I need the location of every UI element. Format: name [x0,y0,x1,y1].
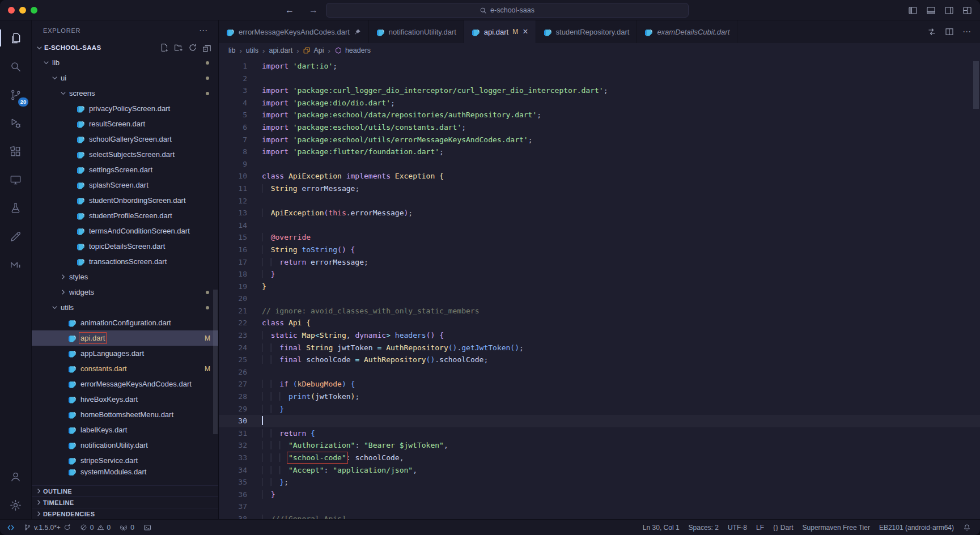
code-line-30[interactable]: 30 [219,415,980,427]
code-line-36[interactable]: 36 } [219,489,980,501]
tree-item-constants-dart[interactable]: constants.dartM [32,361,218,376]
tab-api-dart[interactable]: api.dartM× [464,20,536,43]
line-number[interactable]: 5 [219,109,247,121]
status-notifications[interactable] [958,520,975,535]
section-timeline[interactable]: TIMELINE [32,496,218,508]
tab-studentrepository-dart[interactable]: studentRepository.dart [536,20,638,43]
split-editor-icon[interactable] [945,27,954,36]
code-line-24[interactable]: 24 final String jwtToken = AuthRepositor… [219,342,980,354]
code-line-32[interactable]: 32 "Authorization": "Bearer $jwtToken", [219,439,980,452]
line-number[interactable]: 14 [219,219,247,232]
line-number[interactable]: 21 [219,305,247,317]
breadcrumb-item-api[interactable]: Api [303,46,324,54]
line-number[interactable]: 17 [219,256,247,269]
maximize-window-button[interactable] [31,7,37,14]
status-eol[interactable]: LF [752,520,769,535]
line-number[interactable]: 25 [219,354,247,366]
code-line-2[interactable]: 2 [219,73,980,85]
code-line-13[interactable]: 13 ApiException(this.errorMessage); [219,207,980,219]
project-root[interactable]: E-SCHOOL-SAAS [32,40,218,55]
code-line-38[interactable]: 38 ///[General Apis] [219,513,980,519]
code-line-26[interactable]: 26 [219,366,980,379]
line-number[interactable]: 18 [219,268,247,281]
tree-item-studentonbordingscreen-dart[interactable]: studentOnbordingScreen.dart [32,193,218,208]
line-number[interactable]: 2 [219,73,247,85]
status-flutter-device[interactable]: EB2101 (android-arm64) [875,520,958,535]
open-changes-icon[interactable] [927,27,936,36]
tree-item-homebottomsheetmenu-dart[interactable]: homeBottomsheetMenu.dart [32,407,218,422]
testing-icon[interactable] [0,194,31,222]
more-actions-icon[interactable]: ⋯ [199,26,208,36]
line-number[interactable]: 16 [219,244,247,256]
close-window-button[interactable] [8,7,15,14]
code-line-27[interactable]: 27 if (kDebugMode) { [219,378,980,390]
tree-item-applanguages-dart[interactable]: appLanguages.dart [32,346,218,361]
tree-item-api-dart[interactable]: api.dartM [32,330,218,346]
back-icon[interactable]: ← [285,5,294,15]
status-debug-console[interactable] [139,520,156,535]
line-number[interactable]: 11 [219,182,247,195]
line-number[interactable]: 6 [219,121,247,134]
code-line-11[interactable]: 11 String errorMessage; [219,182,980,195]
status-problems[interactable]: 00 [75,520,115,535]
status-git-branch[interactable]: v.1.5.0*+ [19,520,75,535]
minimize-window-button[interactable] [19,7,26,14]
supermaven-icon[interactable] [0,250,31,279]
code-line-31[interactable]: 31 return { [219,427,980,440]
code-line-35[interactable]: 35 }; [219,476,980,489]
breadcrumb-item-api-dart[interactable]: api.dart [269,46,292,54]
toggle-sidebar-right-icon[interactable] [944,6,954,15]
tree-item-hiveboxkeys-dart[interactable]: hiveBoxKeys.dart [32,392,218,407]
code-line-15[interactable]: 15 @override [219,231,980,244]
code-line-1[interactable]: 1import 'dart:io'; [219,60,980,73]
line-number[interactable]: 23 [219,329,247,342]
line-number[interactable]: 15 [219,231,247,244]
more-actions-icon[interactable]: ⋯ [962,27,971,37]
code-line-25[interactable]: 25 final schoolCode = AuthRepository().s… [219,354,980,366]
editor[interactable]: 1import 'dart:io';23import 'package:curl… [219,58,980,519]
code-line-4[interactable]: 4import 'package:dio/dio.dart'; [219,97,980,109]
line-number[interactable]: 13 [219,207,247,219]
tree-item-topicdetailsscreen-dart[interactable]: topicDetailsScreen.dart [32,239,218,254]
code-line-21[interactable]: 21// ignore: avoid_classes_with_only_sta… [219,305,980,317]
line-number[interactable]: 37 [219,500,247,513]
code-line-12[interactable]: 12 [219,195,980,207]
line-number[interactable]: 8 [219,146,247,158]
source-control-icon[interactable]: 20 [0,80,31,109]
code-line-5[interactable]: 5import 'package:eschool/data/repositori… [219,109,980,121]
line-number[interactable]: 3 [219,84,247,97]
line-number[interactable]: 36 [219,489,247,501]
tab-errormessagekeysandcodes-dart[interactable]: errorMessageKeysAndCodes.dart [219,20,369,43]
section-dependencies[interactable]: DEPENDENCIES [32,508,218,519]
line-number[interactable]: 30 [219,415,247,427]
scrollbar-thumb[interactable] [213,290,218,434]
tree-item-utils[interactable]: utils [32,300,218,315]
tree-item-settingsscreen-dart[interactable]: settingsScreen.dart [32,162,218,177]
line-number[interactable]: 12 [219,195,247,207]
tree-item-lib[interactable]: lib [32,55,218,70]
code-line-37[interactable]: 37 [219,500,980,513]
code-line-23[interactable]: 23 static Map<String, dynamic> headers()… [219,329,980,342]
code-line-8[interactable]: 8import 'package:flutter/foundation.dart… [219,146,980,158]
status-language-mode[interactable]: { }Dart [769,520,798,535]
status-cursor-position[interactable]: Ln 30, Col 1 [638,520,684,535]
tree-item-labelkeys-dart[interactable]: labelKeys.dart [32,422,218,438]
tree-item-privacypolicyscreen-dart[interactable]: privacyPolicyScreen.dart [32,101,218,116]
code-line-16[interactable]: 16 String toString() { [219,244,980,256]
line-number[interactable]: 10 [219,170,247,182]
code-line-6[interactable]: 6import 'package:eschool/utils/constants… [219,121,980,134]
tree-item-selectsubjectsscreen-dart[interactable]: selectSubjectsScreen.dart [32,147,218,162]
command-center-search[interactable]: e-school-saas [326,3,689,18]
search-icon[interactable] [0,52,31,80]
line-number[interactable]: 7 [219,134,247,146]
code-line-28[interactable]: 28 print(jwtToken); [219,390,980,403]
code-line-34[interactable]: 34 "Accept": "application/json", [219,464,980,477]
code-line-20[interactable]: 20 [219,292,980,305]
line-number[interactable]: 4 [219,97,247,109]
tab-examdetailscubit-dart[interactable]: examDetailsCubit.dart [637,20,737,43]
status-remote-indicator[interactable] [2,520,19,535]
line-number[interactable]: 34 [219,464,247,477]
line-number[interactable]: 24 [219,342,247,354]
line-number[interactable]: 20 [219,292,247,305]
line-number[interactable]: 22 [219,317,247,329]
